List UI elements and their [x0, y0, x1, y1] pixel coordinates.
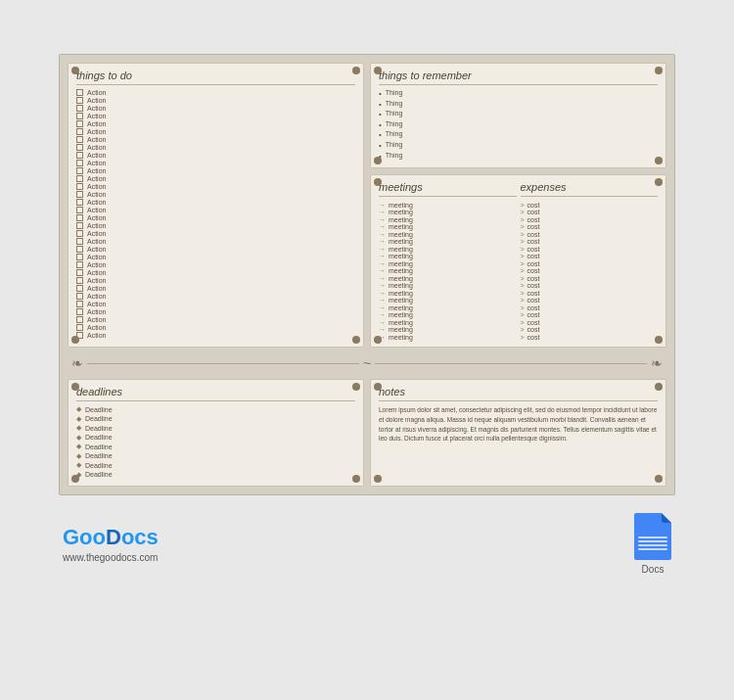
todo-checkbox[interactable]	[76, 246, 83, 253]
todo-checkbox[interactable]	[76, 277, 83, 284]
todo-item[interactable]: Action	[76, 246, 355, 253]
remember-title: things to remember	[379, 70, 658, 85]
todo-checkbox[interactable]	[76, 152, 83, 159]
meeting-label: meeting	[389, 209, 413, 215]
todo-checkbox[interactable]	[76, 120, 83, 127]
todo-item[interactable]: Action	[76, 105, 355, 112]
todo-item[interactable]: Action	[76, 293, 355, 300]
todo-item[interactable]: Action	[76, 285, 355, 292]
todo-checkbox[interactable]	[76, 238, 83, 245]
todo-item[interactable]: Action	[76, 152, 355, 159]
notes-title: notes	[379, 386, 658, 401]
meeting-label: meeting	[389, 253, 413, 259]
todo-checkbox[interactable]	[76, 222, 83, 229]
todo-checkbox[interactable]	[76, 144, 83, 151]
todo-label: Action	[87, 238, 106, 245]
diamond-icon: ◆	[76, 434, 81, 442]
todo-item[interactable]: Action	[76, 316, 355, 323]
expense-item: >cost	[521, 202, 659, 209]
todo-checkbox[interactable]	[76, 89, 83, 96]
todo-checkbox[interactable]	[76, 293, 83, 300]
todo-item[interactable]: Action	[76, 324, 355, 331]
remember-label: Thing	[386, 100, 403, 107]
logo-ocs: ocs	[121, 525, 159, 549]
todo-checkbox[interactable]	[76, 308, 83, 315]
todo-item[interactable]: Action	[76, 183, 355, 190]
meeting-item: →meeting	[379, 253, 517, 259]
todo-item[interactable]: Action	[76, 144, 355, 151]
expenses-title: expenses	[521, 181, 659, 197]
todo-item[interactable]: Action	[76, 261, 355, 268]
bullet-dot: •	[379, 110, 382, 119]
todo-checkbox[interactable]	[76, 301, 83, 307]
gt-icon: >	[521, 311, 525, 318]
todo-checkbox[interactable]	[76, 269, 83, 276]
todo-item[interactable]: Action	[76, 97, 355, 104]
meeting-label: meeting	[389, 290, 413, 297]
todo-checkbox[interactable]	[76, 230, 83, 237]
todo-item[interactable]: Action	[76, 167, 355, 174]
todo-item[interactable]: Action	[76, 308, 355, 315]
todo-item[interactable]: Action	[76, 89, 355, 96]
todo-checkbox[interactable]	[76, 175, 83, 182]
todo-item[interactable]: Action	[76, 332, 355, 339]
todo-item[interactable]: Action	[76, 160, 355, 166]
meeting-item: →meeting	[379, 304, 517, 311]
meeting-label: meeting	[389, 216, 413, 223]
meeting-label: meeting	[389, 319, 413, 326]
deadlines-panel: deadlines ◆Deadline◆Deadline◆Deadline◆De…	[68, 379, 364, 487]
todo-item[interactable]: Action	[76, 128, 355, 135]
gt-icon: >	[521, 275, 525, 282]
todo-checkbox[interactable]	[76, 105, 83, 112]
swirl-right: ❧	[651, 355, 663, 371]
diamond-icon: ◆	[76, 415, 81, 423]
docs-line-1	[638, 537, 667, 538]
todo-item[interactable]: Action	[76, 269, 355, 276]
todo-checkbox[interactable]	[76, 214, 83, 221]
deadline-item: ◆Deadline	[76, 452, 355, 460]
todo-item[interactable]: Action	[76, 175, 355, 182]
todo-item[interactable]: Action	[76, 199, 355, 206]
arrow-icon: →	[379, 297, 386, 303]
todo-checkbox[interactable]	[76, 261, 83, 268]
todo-item[interactable]: Action	[76, 113, 355, 119]
todo-checkbox[interactable]	[76, 191, 83, 198]
todo-checkbox[interactable]	[76, 324, 83, 331]
meeting-label: meeting	[389, 260, 413, 267]
todo-item[interactable]: Action	[76, 120, 355, 127]
swirl-center: ~	[363, 355, 371, 371]
todo-checkbox[interactable]	[76, 97, 83, 104]
meeting-item: →meeting	[379, 246, 517, 253]
todo-checkbox[interactable]	[76, 285, 83, 292]
todo-checkbox[interactable]	[76, 207, 83, 213]
todo-checkbox[interactable]	[76, 160, 83, 166]
expense-item: >cost	[521, 297, 659, 303]
todo-item[interactable]: Action	[76, 207, 355, 213]
todo-checkbox[interactable]	[76, 316, 83, 323]
expense-label: cost	[528, 275, 540, 282]
todo-item[interactable]: Action	[76, 277, 355, 284]
meeting-label: meeting	[389, 202, 413, 209]
expense-label: cost	[528, 319, 540, 326]
corner-br	[352, 336, 360, 344]
remember-label: Thing	[386, 141, 403, 148]
arrow-icon: →	[379, 326, 386, 333]
todo-checkbox[interactable]	[76, 128, 83, 135]
todo-item[interactable]: Action	[76, 214, 355, 221]
todo-item[interactable]: Action	[76, 136, 355, 143]
todo-item[interactable]: Action	[76, 222, 355, 229]
todo-checkbox[interactable]	[76, 254, 83, 260]
arrow-icon: →	[379, 267, 386, 274]
todo-checkbox[interactable]	[76, 136, 83, 143]
todo-item[interactable]: Action	[76, 230, 355, 237]
todo-item[interactable]: Action	[76, 238, 355, 245]
todo-checkbox[interactable]	[76, 167, 83, 174]
todo-item[interactable]: Action	[76, 254, 355, 260]
todo-label: Action	[87, 269, 106, 276]
todo-checkbox[interactable]	[76, 183, 83, 190]
todo-item[interactable]: Action	[76, 191, 355, 198]
deadline-label: Deadline	[85, 425, 113, 432]
todo-checkbox[interactable]	[76, 199, 83, 206]
todo-checkbox[interactable]	[76, 113, 83, 119]
todo-item[interactable]: Action	[76, 301, 355, 307]
